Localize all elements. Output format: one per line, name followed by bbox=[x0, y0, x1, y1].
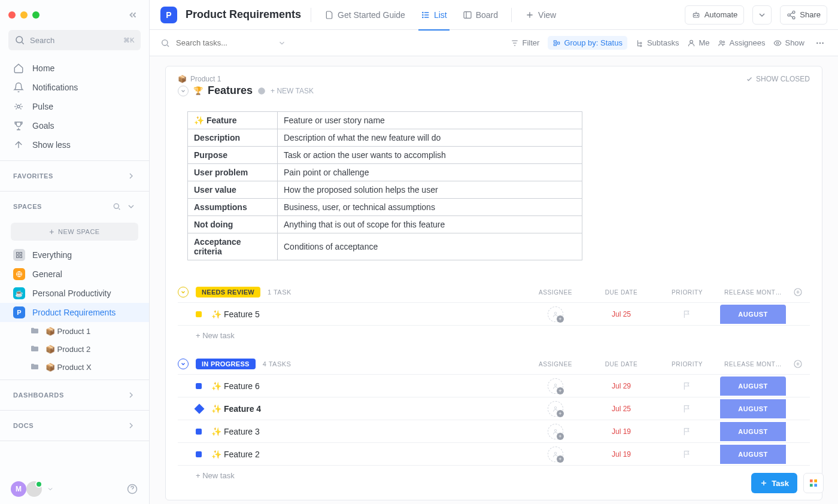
cell-due-date[interactable]: Jul 19 bbox=[612, 427, 631, 436]
space-general[interactable]: General bbox=[0, 265, 149, 284]
nav-pulse[interactable]: Pulse bbox=[0, 97, 149, 116]
nav-notifications[interactable]: Notifications bbox=[0, 78, 149, 97]
assignee-placeholder[interactable] bbox=[548, 447, 563, 462]
sidebar-search[interactable]: Search ⌘K bbox=[8, 30, 141, 50]
cell-release[interactable]: AUGUST bbox=[720, 399, 786, 418]
status-square[interactable] bbox=[196, 429, 202, 435]
cell-due-date[interactable]: Jul 25 bbox=[612, 405, 631, 413]
nav-goals[interactable]: Goals bbox=[0, 116, 149, 135]
status-square[interactable] bbox=[196, 383, 202, 389]
cell-priority[interactable] bbox=[682, 404, 692, 414]
favorites-header[interactable]: FAVORITES bbox=[0, 165, 149, 187]
automate-dropdown[interactable] bbox=[752, 5, 772, 25]
group-by-button[interactable]: Group by: Status bbox=[548, 36, 627, 50]
docs-header[interactable]: DOCS bbox=[0, 414, 149, 437]
task-row[interactable]: ✨ Feature 2Jul 19AUGUST bbox=[178, 442, 810, 465]
task-search[interactable] bbox=[160, 38, 286, 48]
chevron-down-icon[interactable] bbox=[278, 39, 286, 47]
me-button[interactable]: Me bbox=[687, 38, 709, 47]
status-pill[interactable]: IN PROGRESS bbox=[196, 359, 256, 369]
col-priority[interactable]: PRIORITY bbox=[654, 289, 720, 296]
nav-show-less[interactable]: Show less bbox=[0, 135, 149, 154]
user-photo[interactable] bbox=[26, 481, 42, 497]
create-task-button[interactable]: Task bbox=[751, 473, 797, 493]
task-search-input[interactable] bbox=[175, 38, 253, 48]
new-task-row[interactable]: + New task bbox=[178, 325, 810, 345]
col-priority[interactable]: PRIORITY bbox=[654, 361, 720, 368]
assignee-placeholder[interactable] bbox=[548, 306, 563, 322]
collapse-group-button[interactable] bbox=[178, 287, 189, 297]
cell-due-date[interactable]: Jul 19 bbox=[612, 450, 631, 459]
cell-release[interactable]: AUGUST bbox=[720, 377, 786, 396]
cell-release[interactable]: AUGUST bbox=[720, 305, 786, 324]
status-pill[interactable]: NEEDS REVIEW bbox=[196, 287, 260, 297]
add-column-button[interactable] bbox=[793, 359, 803, 369]
minimize-window[interactable] bbox=[20, 11, 28, 19]
collapse-sidebar-button[interactable] bbox=[125, 7, 141, 23]
cell-due-date[interactable]: Jul 29 bbox=[612, 382, 631, 390]
space-everything[interactable]: Everything bbox=[0, 245, 149, 265]
user-avatar[interactable]: M bbox=[11, 481, 26, 497]
show-closed-button[interactable]: SHOW CLOSED bbox=[746, 75, 810, 83]
assignees-button[interactable]: Assignees bbox=[718, 38, 765, 47]
cell-release[interactable]: AUGUST bbox=[720, 422, 786, 441]
tab-board[interactable]: Board bbox=[459, 0, 502, 30]
search-icon[interactable] bbox=[112, 202, 122, 211]
col-due[interactable]: DUE DATE bbox=[588, 289, 654, 296]
folder-product-2[interactable]: 📦 Product 2 bbox=[0, 340, 149, 358]
tab-get-started[interactable]: Get Started Guide bbox=[321, 0, 409, 30]
cell-priority[interactable] bbox=[682, 427, 692, 436]
col-assignee[interactable]: ASSIGNEE bbox=[523, 361, 588, 368]
show-button[interactable]: Show bbox=[773, 38, 804, 47]
cell-assignee[interactable] bbox=[548, 306, 563, 322]
task-row[interactable]: ✨ Feature 6Jul 29AUGUST bbox=[178, 374, 810, 397]
automate-button[interactable]: Automate bbox=[685, 5, 745, 25]
add-column-button[interactable] bbox=[793, 287, 803, 297]
maximize-window[interactable] bbox=[32, 11, 40, 19]
cell-assignee[interactable] bbox=[548, 447, 563, 462]
new-task-row[interactable]: + New task bbox=[178, 465, 810, 485]
cell-priority[interactable] bbox=[682, 309, 692, 319]
space-personal-productivity[interactable]: ☕ Personal Productivity bbox=[0, 284, 149, 303]
task-row[interactable]: ✨ Feature 5Jul 25AUGUST bbox=[178, 302, 810, 325]
new-space-button[interactable]: + NEW SPACE bbox=[11, 223, 138, 241]
tab-list[interactable]: List bbox=[417, 0, 451, 30]
col-due[interactable]: DUE DATE bbox=[588, 361, 654, 368]
cell-due-date[interactable]: Jul 25 bbox=[612, 310, 631, 318]
help-icon[interactable] bbox=[126, 483, 138, 495]
col-release[interactable]: RELEASE MONT… bbox=[720, 361, 786, 368]
more-button[interactable] bbox=[813, 38, 827, 48]
assignee-placeholder[interactable] bbox=[548, 378, 563, 394]
close-window[interactable] bbox=[8, 11, 16, 19]
task-row[interactable]: ✨ Feature 4Jul 25AUGUST bbox=[178, 397, 810, 420]
nav-home[interactable]: Home bbox=[0, 59, 149, 78]
spaces-header[interactable]: SPACES bbox=[0, 195, 149, 218]
filter-button[interactable]: Filter bbox=[511, 38, 539, 47]
col-release[interactable]: RELEASE MONT… bbox=[720, 289, 786, 296]
share-button[interactable]: Share bbox=[780, 5, 827, 25]
folder-product-x[interactable]: 📦 Product X bbox=[0, 358, 149, 376]
apps-button[interactable] bbox=[803, 473, 824, 493]
task-row[interactable]: ✨ Feature 3Jul 19AUGUST bbox=[178, 420, 810, 442]
cell-assignee[interactable] bbox=[548, 424, 563, 439]
status-square[interactable] bbox=[196, 451, 202, 457]
chevron-down-icon[interactable] bbox=[47, 485, 54, 493]
breadcrumb[interactable]: 📦 Product 1 bbox=[178, 75, 314, 83]
cell-priority[interactable] bbox=[682, 381, 692, 391]
new-task-link[interactable]: + NEW TASK bbox=[271, 87, 314, 95]
collapse-group-button[interactable] bbox=[178, 359, 189, 369]
info-icon[interactable] bbox=[257, 87, 266, 95]
collapse-list-button[interactable] bbox=[178, 86, 189, 96]
chevron-down-icon[interactable] bbox=[126, 202, 136, 211]
dashboards-header[interactable]: DASHBOARDS bbox=[0, 384, 149, 406]
cell-release[interactable]: AUGUST bbox=[720, 445, 786, 464]
col-assignee[interactable]: ASSIGNEE bbox=[523, 289, 588, 296]
folder-product-1[interactable]: 📦 Product 1 bbox=[0, 322, 149, 340]
assignee-placeholder[interactable] bbox=[548, 401, 563, 417]
cell-assignee[interactable] bbox=[548, 401, 563, 417]
assignee-placeholder[interactable] bbox=[548, 424, 563, 439]
subtasks-button[interactable]: Subtasks bbox=[636, 38, 679, 47]
space-product-requirements[interactable]: P Product Requirements bbox=[0, 303, 149, 322]
content-area[interactable]: 📦 Product 1 🏆 Features + NEW TASK bbox=[150, 56, 838, 504]
cell-assignee[interactable] bbox=[548, 378, 563, 394]
